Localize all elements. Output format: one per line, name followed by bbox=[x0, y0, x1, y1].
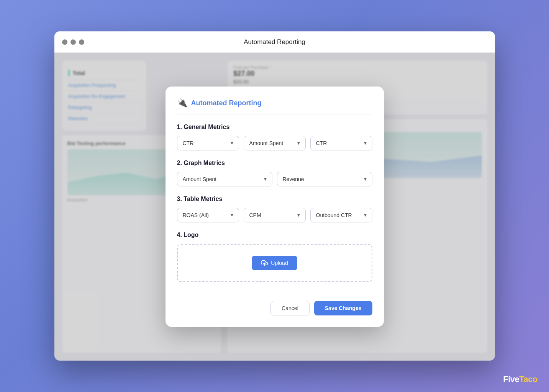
logo-label: 4. Logo bbox=[177, 232, 372, 238]
table-dropdown-1-wrapper: ROAS (All) CTR Amount Spent Revenue CPM … bbox=[177, 208, 239, 222]
graph-metrics-dropdowns: Amount Spent CTR Revenue CPM ROAS (All) … bbox=[177, 172, 372, 186]
graph-dropdown-1[interactable]: Amount Spent CTR Revenue CPM ROAS (All) … bbox=[177, 172, 272, 186]
cancel-button[interactable]: Cancel bbox=[270, 301, 310, 315]
brand-logo: FiveTaco bbox=[503, 374, 538, 384]
table-metrics-label: 3. Table Metrics bbox=[177, 196, 372, 203]
table-dropdown-3[interactable]: Outbound CTR CTR Amount Spent Revenue CP… bbox=[310, 208, 372, 222]
title-bar: Automated Reporting bbox=[54, 31, 495, 53]
graph-metrics-label: 2. Graph Metrics bbox=[177, 160, 372, 167]
logo-upload-area[interactable]: Upload bbox=[177, 244, 372, 282]
app-window: Automated Reporting Total Acquisition Pr… bbox=[54, 31, 495, 361]
graph-dropdown-1-wrapper: Amount Spent CTR Revenue CPM ROAS (All) … bbox=[177, 172, 272, 186]
graph-metrics-section: 2. Graph Metrics Amount Spent CTR Revenu… bbox=[177, 160, 372, 186]
table-metrics-dropdowns: ROAS (All) CTR Amount Spent Revenue CPM … bbox=[177, 208, 372, 222]
modal-header: 🔌 Automated Reporting bbox=[177, 98, 372, 114]
graph-dropdown-2[interactable]: Revenue Amount Spent CTR CPM ROAS (All) … bbox=[277, 172, 372, 186]
general-metrics-label: 1. General Metrics bbox=[177, 124, 372, 131]
table-dropdown-3-wrapper: Outbound CTR CTR Amount Spent Revenue CP… bbox=[310, 208, 372, 222]
upload-button[interactable]: Upload bbox=[252, 256, 297, 270]
maximize-button[interactable] bbox=[79, 39, 84, 45]
modal-footer: Cancel Save Changes bbox=[177, 293, 372, 315]
table-dropdown-2[interactable]: CPM CTR Amount Spent Revenue ROAS (All) … bbox=[244, 208, 306, 222]
general-dropdown-2-wrapper: Amount Spent CTR Revenue CPM ROAS (All) … bbox=[244, 136, 306, 150]
general-dropdown-2[interactable]: Amount Spent CTR Revenue CPM ROAS (All) … bbox=[244, 136, 306, 150]
table-dropdown-1[interactable]: ROAS (All) CTR Amount Spent Revenue CPM … bbox=[177, 208, 239, 222]
general-dropdown-1-wrapper: CTR Amount Spent Revenue CPM ROAS (All) … bbox=[177, 136, 239, 150]
logo-section: 4. Logo Upload bbox=[177, 232, 372, 282]
general-metrics-dropdowns: CTR Amount Spent Revenue CPM ROAS (All) … bbox=[177, 136, 372, 150]
general-dropdown-1[interactable]: CTR Amount Spent Revenue CPM ROAS (All) … bbox=[177, 136, 239, 150]
table-metrics-section: 3. Table Metrics ROAS (All) CTR Amount S… bbox=[177, 196, 372, 222]
modal-overlay: 🔌 Automated Reporting 1. General Metrics… bbox=[54, 53, 495, 361]
close-button[interactable] bbox=[62, 39, 67, 45]
upload-button-label: Upload bbox=[271, 260, 288, 266]
traffic-lights bbox=[62, 39, 84, 45]
minimize-button[interactable] bbox=[70, 39, 76, 45]
window-content: Total Acquisition Prospecting Acquisitio… bbox=[54, 53, 495, 361]
general-dropdown-3-wrapper: CTR Amount Spent Revenue CPM ROAS (All) … bbox=[310, 136, 372, 150]
modal-title: Automated Reporting bbox=[191, 99, 262, 107]
general-dropdown-3[interactable]: CTR Amount Spent Revenue CPM ROAS (All) … bbox=[310, 136, 372, 150]
graph-dropdown-2-wrapper: Revenue Amount Spent CTR CPM ROAS (All) … bbox=[277, 172, 372, 186]
reporting-icon: 🔌 bbox=[177, 98, 187, 108]
window-title: Automated Reporting bbox=[244, 38, 305, 46]
upload-icon bbox=[261, 260, 268, 266]
general-metrics-section: 1. General Metrics CTR Amount Spent Reve… bbox=[177, 124, 372, 150]
modal-dialog: 🔌 Automated Reporting 1. General Metrics… bbox=[166, 87, 384, 327]
table-dropdown-2-wrapper: CPM CTR Amount Spent Revenue ROAS (All) … bbox=[244, 208, 306, 222]
save-changes-button[interactable]: Save Changes bbox=[314, 301, 372, 315]
